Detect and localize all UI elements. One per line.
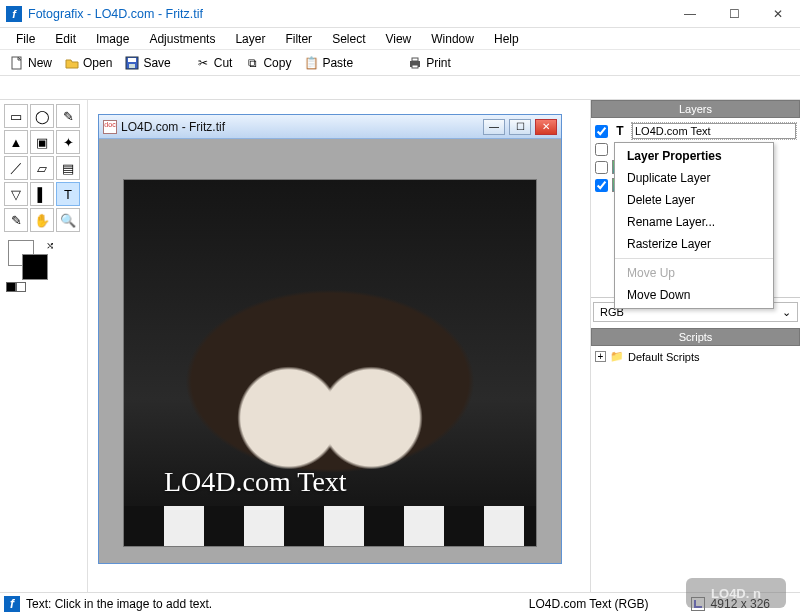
context-menu-item[interactable]: Move Down [615, 284, 773, 306]
tool-bucket[interactable]: ▽ [4, 182, 28, 206]
scripts-panel-header[interactable]: Scripts [591, 328, 800, 346]
menu-view[interactable]: View [377, 30, 419, 48]
document-minimize-button[interactable]: — [483, 119, 505, 135]
layer-visibility-checkbox[interactable] [595, 179, 608, 192]
scripts-root-label: Default Scripts [628, 351, 700, 363]
menu-filter[interactable]: Filter [277, 30, 320, 48]
tool-clone[interactable]: ▤ [56, 156, 80, 180]
tool-rect-select[interactable]: ▭ [4, 104, 28, 128]
document-close-button[interactable]: ✕ [535, 119, 557, 135]
context-menu-item[interactable]: Rasterize Layer [615, 233, 773, 255]
tool-gradient[interactable]: ▌ [30, 182, 54, 206]
folder-icon: 📁 [610, 350, 624, 363]
layer-visibility-checkbox[interactable] [595, 125, 608, 138]
color-well[interactable]: ⤭ [8, 240, 52, 284]
swap-colors-icon[interactable]: ⤭ [46, 240, 54, 251]
tool-move[interactable]: ▲ [4, 130, 28, 154]
menu-layer[interactable]: Layer [227, 30, 273, 48]
chevron-down-icon: ⌄ [782, 306, 791, 319]
new-button[interactable]: New [4, 52, 57, 74]
open-folder-icon [64, 55, 80, 71]
print-button[interactable]: Print [402, 52, 456, 74]
minimize-button[interactable]: — [668, 0, 712, 28]
svg-rect-6 [412, 65, 418, 68]
layers-panel-header[interactable]: Layers [591, 100, 800, 118]
layer-row[interactable]: T [593, 122, 798, 140]
tool-wand[interactable]: ✦ [56, 130, 80, 154]
tool-brush[interactable]: ／ [4, 156, 28, 180]
copy-icon: ⧉ [244, 55, 260, 71]
print-icon [407, 55, 423, 71]
text-layer-overlay: LO4D.com Text [164, 466, 347, 498]
maximize-button[interactable]: ☐ [712, 0, 756, 28]
open-label: Open [83, 56, 112, 70]
menu-image[interactable]: Image [88, 30, 137, 48]
main-toolbar: New Open Save ✂ Cut ⧉ Copy 📋 Paste Print [0, 50, 800, 76]
paste-icon: 📋 [303, 55, 319, 71]
save-label: Save [143, 56, 170, 70]
document-maximize-button[interactable]: ☐ [509, 119, 531, 135]
print-label: Print [426, 56, 451, 70]
scripts-root-node[interactable]: + 📁 Default Scripts [595, 350, 796, 363]
context-menu-item: Move Up [615, 262, 773, 284]
menu-file[interactable]: File [8, 30, 43, 48]
status-layer-info: LO4D.com Text (RGB) [529, 597, 649, 611]
status-bar: f Text: Click in the image to add text. … [0, 592, 800, 614]
menu-adjustments[interactable]: Adjustments [141, 30, 223, 48]
copy-label: Copy [263, 56, 291, 70]
image-canvas[interactable]: LO4D.com Text [123, 179, 537, 547]
window-title: Fotografix - LO4D.com - Fritz.tif [28, 7, 203, 21]
menu-edit[interactable]: Edit [47, 30, 84, 48]
svg-rect-3 [129, 64, 135, 68]
tool-eraser[interactable]: ▱ [30, 156, 54, 180]
status-tool-hint: Text: Click in the image to add text. [26, 597, 212, 611]
menubar: File Edit Image Adjustments Layer Filter… [0, 28, 800, 50]
copy-button[interactable]: ⧉ Copy [239, 52, 296, 74]
layer-name-input[interactable] [632, 123, 796, 139]
menu-window[interactable]: Window [423, 30, 482, 48]
document-title: LO4D.com - Fritz.tif [121, 120, 479, 134]
titlebar: f Fotografix - LO4D.com - Fritz.tif — ☐ … [0, 0, 800, 28]
background-color-swatch[interactable] [22, 254, 48, 280]
layer-visibility-checkbox[interactable] [595, 143, 608, 156]
tool-text[interactable]: T [56, 182, 80, 206]
scripts-panel: + 📁 Default Scripts [591, 346, 800, 592]
layer-context-menu: Layer PropertiesDuplicate LayerDelete La… [614, 142, 774, 309]
menu-select[interactable]: Select [324, 30, 373, 48]
cut-label: Cut [214, 56, 233, 70]
cut-icon: ✂ [195, 55, 211, 71]
tool-eyedrop[interactable]: ✎ [4, 208, 28, 232]
tool-ellipse-select[interactable]: ◯ [30, 104, 54, 128]
paste-label: Paste [322, 56, 353, 70]
document-icon: doc [103, 120, 117, 134]
status-app-icon: f [4, 596, 20, 612]
new-label: New [28, 56, 52, 70]
tool-crop[interactable]: ▣ [30, 130, 54, 154]
dimensions-icon [691, 597, 705, 611]
close-button[interactable]: ✕ [756, 0, 800, 28]
new-file-icon [9, 55, 25, 71]
save-icon [124, 55, 140, 71]
tool-palette: ▭◯✎▲▣✦／▱▤▽▌T✎✋🔍 ⤭ [0, 100, 88, 592]
context-menu-separator [615, 258, 773, 259]
context-menu-item[interactable]: Duplicate Layer [615, 167, 773, 189]
tool-lasso-select[interactable]: ✎ [56, 104, 80, 128]
save-button[interactable]: Save [119, 52, 175, 74]
status-dimensions: 4912 x 326 [711, 597, 770, 611]
context-menu-item[interactable]: Layer Properties [615, 145, 773, 167]
context-menu-item[interactable]: Rename Layer... [615, 211, 773, 233]
tool-hand[interactable]: ✋ [30, 208, 54, 232]
open-button[interactable]: Open [59, 52, 117, 74]
document-titlebar[interactable]: doc LO4D.com - Fritz.tif — ☐ ✕ [99, 115, 561, 139]
text-layer-icon: T [612, 124, 628, 138]
svg-rect-2 [128, 58, 136, 62]
cut-button[interactable]: ✂ Cut [190, 52, 238, 74]
context-menu-item[interactable]: Delete Layer [615, 189, 773, 211]
tree-expand-icon[interactable]: + [595, 351, 606, 362]
document-window[interactable]: doc LO4D.com - Fritz.tif — ☐ ✕ LO4D.com … [98, 114, 562, 564]
menu-help[interactable]: Help [486, 30, 527, 48]
paste-button[interactable]: 📋 Paste [298, 52, 358, 74]
tool-zoom[interactable]: 🔍 [56, 208, 80, 232]
default-colors-icon[interactable] [6, 282, 26, 292]
layer-visibility-checkbox[interactable] [595, 161, 608, 174]
